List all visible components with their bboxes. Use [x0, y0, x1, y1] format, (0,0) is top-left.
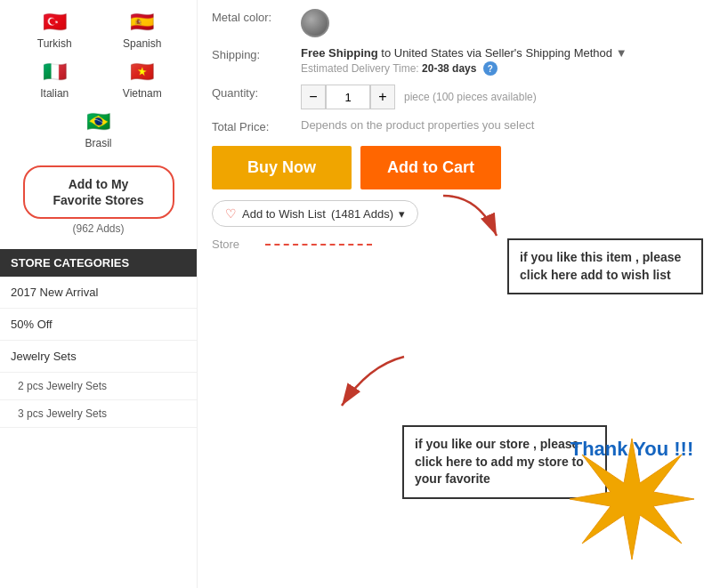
- quantity-decrease-button[interactable]: −: [301, 85, 326, 109]
- store-label: Store: [212, 238, 265, 251]
- metal-color-swatch[interactable]: [301, 9, 329, 37]
- action-buttons-row: Buy Now Add to Cart: [212, 146, 698, 189]
- flag-spanish: 🇪🇸: [122, 7, 163, 37]
- flag-italian: 🇮🇹: [34, 57, 75, 87]
- flag-vietnam: 🇻🇳: [122, 57, 163, 87]
- language-spanish-label: Spanish: [123, 37, 161, 50]
- main-content: Metal color: Shipping: Free Shipping to …: [198, 0, 712, 588]
- quantity-label: Quantity:: [212, 85, 301, 100]
- flag-turkish: 🇹🇷: [34, 7, 75, 37]
- store-arrow: [333, 348, 413, 419]
- metal-color-label: Metal color:: [212, 9, 301, 24]
- free-shipping-text: Free Shipping: [301, 46, 378, 60]
- category-2pcs-jewelry-sets[interactable]: 2 pcs Jewelry Sets: [0, 373, 197, 400]
- total-price-label: Total Price:: [212, 118, 301, 133]
- heart-icon: ♡: [225, 206, 237, 221]
- store-categories-header: STORE CATEGORIES: [0, 249, 197, 277]
- language-brasil[interactable]: 🇧🇷 Brasil: [78, 107, 119, 149]
- category-2017-new-arrival[interactable]: 2017 New Arrival: [0, 277, 197, 309]
- add-to-wishlist-button[interactable]: ♡ Add to Wish List (1481 Adds) ▾: [212, 200, 418, 227]
- category-3pcs-jewelry-sets[interactable]: 3 pcs Jewelry Sets: [0, 400, 197, 428]
- language-vietnam[interactable]: 🇻🇳 Vietnam: [102, 57, 183, 100]
- wishlist-adds-count: (1481 Adds): [331, 207, 393, 221]
- language-turkish[interactable]: 🇹🇷 Turkish: [14, 7, 95, 50]
- wishlist-arrow: [434, 187, 506, 249]
- language-italian[interactable]: 🇮🇹 Italian: [14, 57, 95, 100]
- shipping-info: Free Shipping to United States via Selle…: [301, 46, 698, 60]
- quantity-info: piece (100 pieces available): [404, 91, 537, 103]
- shipping-method-text: to United States via Seller's Shipping M…: [381, 46, 612, 60]
- language-spanish[interactable]: 🇪🇸 Spanish: [102, 7, 183, 50]
- add-to-cart-button[interactable]: Add to Cart: [360, 146, 501, 189]
- category-jewelry-sets[interactable]: Jewelry Sets: [0, 341, 197, 373]
- flag-brasil: 🇧🇷: [78, 107, 119, 137]
- add-favorite-section: Add to MyFavorite Stores (962 Adds): [0, 157, 197, 244]
- help-icon[interactable]: ?: [483, 61, 498, 76]
- quantity-row: Quantity: − + piece (100 pieces availabl…: [212, 85, 698, 109]
- wishlist-dropdown-icon: ▾: [399, 207, 405, 221]
- buy-now-button[interactable]: Buy Now: [212, 146, 352, 189]
- thank-you-starburst: Thank You !!!: [570, 437, 694, 561]
- delivery-days: 20-38 days: [422, 62, 476, 75]
- store-link-dots[interactable]: [265, 244, 372, 246]
- delivery-time-row: Estimated Delivery Time: 20-38 days ?: [301, 61, 698, 76]
- add-favorite-button[interactable]: Add to MyFavorite Stores: [23, 165, 174, 219]
- language-brasil-label: Brasil: [85, 137, 111, 149]
- category-50-off[interactable]: 50% Off: [0, 309, 197, 341]
- language-italian-label: Italian: [40, 87, 69, 100]
- sidebar: 🇹🇷 Turkish 🇪🇸 Spanish 🇮🇹 Italian 🇻🇳 Viet…: [0, 0, 198, 588]
- language-vietnam-label: Vietnam: [123, 87, 162, 100]
- wishlist-annotation: if you like this item , please click her…: [507, 238, 703, 294]
- thank-you-text: Thank You !!!: [570, 437, 694, 463]
- shipping-row: Shipping: Free Shipping to United States…: [212, 46, 698, 76]
- total-price-row: Total Price: Depends on the product prop…: [212, 118, 698, 133]
- shipping-dropdown-icon[interactable]: ▼: [616, 46, 627, 60]
- language-turkish-label: Turkish: [37, 37, 72, 50]
- shipping-label: Shipping:: [212, 46, 301, 61]
- favorite-adds-count: (962 Adds): [72, 222, 124, 235]
- language-grid: 🇹🇷 Turkish 🇪🇸 Spanish 🇮🇹 Italian 🇻🇳 Viet…: [0, 0, 197, 157]
- quantity-increase-button[interactable]: +: [370, 85, 395, 109]
- wishlist-btn-label: Add to Wish List: [242, 207, 326, 221]
- quantity-input[interactable]: [326, 85, 370, 109]
- total-price-value: Depends on the product properties you se…: [301, 118, 534, 132]
- metal-color-row: Metal color:: [212, 9, 698, 37]
